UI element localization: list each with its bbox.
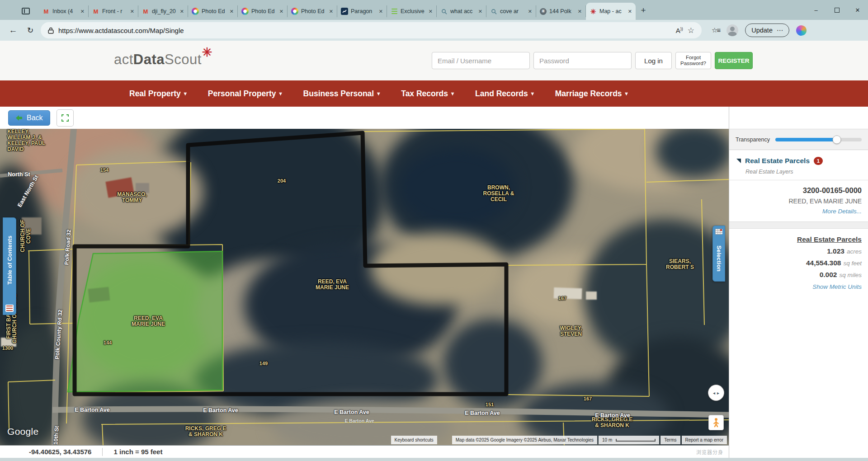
browser-tab-11[interactable]: ✳Map - ac✕ — [586, 3, 636, 20]
nav-item-land-records[interactable]: Land Records▾ — [475, 89, 534, 99]
map-label: 167 — [558, 296, 566, 301]
browser-tab-3[interactable]: Photo Ed✕ — [188, 5, 238, 17]
password-field[interactable] — [533, 52, 632, 69]
chevron-down-icon: ▾ — [279, 90, 282, 97]
chevron-down-icon: ▾ — [625, 90, 628, 97]
layers-header[interactable]: Real Estate Parcels 1 — [736, 157, 862, 165]
map-label: 204 — [278, 178, 286, 183]
login-button[interactable]: Log in — [635, 52, 672, 69]
tab-close-icon[interactable]: ✕ — [478, 9, 482, 14]
scoutgray-favicon: ✳ — [540, 8, 547, 15]
browser-tab-1[interactable]: MFront - r✕ — [89, 5, 138, 17]
table-of-contents-tab[interactable]: Table of Contents — [3, 217, 16, 315]
browser-tab-9[interactable]: cove ar✕ — [486, 5, 536, 17]
browser-tab-6[interactable]: Paragon✕ — [337, 5, 387, 17]
sidebar-spacer — [729, 107, 868, 129]
nav-item-personal-property[interactable]: Personal Property▾ — [208, 89, 282, 99]
browser-tab-8[interactable]: what acc✕ — [437, 5, 486, 17]
content-row: Back — [0, 107, 868, 458]
more-details-link[interactable]: More Details... — [822, 208, 862, 215]
tab-close-icon[interactable]: ✕ — [279, 9, 283, 14]
browser-tab-10[interactable]: ✳144 Polk✕ — [536, 5, 586, 17]
browser-tab-0[interactable]: MInbox (4✕ — [39, 5, 89, 17]
scale-control[interactable]: 10 m — [599, 436, 659, 444]
tab-workspaces-icon[interactable] — [22, 8, 30, 14]
tab-title: Photo Ed — [251, 8, 277, 14]
browser-tab-7[interactable]: Exclusive✕ — [387, 5, 437, 17]
maximize-button[interactable] — [826, 0, 847, 20]
tab-title: Map - ac — [599, 8, 625, 14]
map-label: BROWN,ROSELLA &CECIL — [483, 185, 514, 202]
map-canvas[interactable]: KELLEY,WILLIAM J. &KELLEY, PAULDAVIDMANA… — [0, 129, 729, 445]
show-metric-units-link[interactable]: Show Metric Units — [812, 283, 862, 290]
nav-item-real-property[interactable]: Real Property▾ — [129, 89, 187, 99]
sqfeet-value: 44,554.308 — [806, 259, 841, 267]
list-icon — [5, 305, 14, 312]
tab-close-icon[interactable]: ✕ — [230, 9, 234, 14]
slider-thumb[interactable] — [832, 135, 841, 144]
url-text[interactable]: https://www.actdatascout.com/Map/Single — [58, 27, 671, 34]
pan-control[interactable]: ◂ ▸ — [708, 385, 724, 401]
tab-close-icon[interactable]: ✕ — [130, 9, 134, 14]
back-arrow-icon — [15, 115, 23, 121]
tab-title: cove ar — [500, 8, 525, 14]
fullscreen-button[interactable] — [57, 109, 74, 127]
tab-close-icon[interactable]: ✕ — [578, 9, 582, 14]
back-button[interactable]: Back — [8, 110, 50, 126]
search-favicon — [440, 8, 448, 15]
google-logo: Google — [7, 426, 39, 437]
new-tab-button[interactable]: + — [636, 5, 651, 15]
profile-avatar[interactable] — [726, 24, 738, 36]
map-scale-text: 1 inch = 95 feet — [113, 448, 162, 456]
terms-link[interactable]: Terms — [660, 436, 680, 444]
map-label: S 10th St — [52, 426, 60, 445]
tab-close-icon[interactable]: ✕ — [80, 9, 85, 14]
browser-back-icon[interactable]: ← — [6, 25, 20, 35]
close-window-button[interactable]: ✕ — [847, 0, 868, 20]
nav-item-business-personal[interactable]: Business Personal▾ — [303, 89, 380, 99]
minimize-button[interactable]: – — [806, 0, 826, 20]
acres-unit: acres — [847, 248, 862, 255]
tab-close-icon[interactable]: ✕ — [180, 9, 184, 14]
collapse-triangle-icon[interactable] — [736, 159, 741, 163]
chevron-down-icon: ▾ — [531, 90, 534, 97]
layers-title[interactable]: Real Estate Parcels — [745, 157, 810, 165]
transparency-slider[interactable] — [775, 138, 862, 141]
browser-tab-2[interactable]: Mdji_fly_20✕ — [138, 5, 188, 17]
copilot-icon[interactable] — [796, 25, 807, 36]
forgot-password-button[interactable]: Forgot Password? — [675, 52, 711, 69]
actdatascout-logo[interactable]: actDataScout✳ — [114, 52, 202, 68]
read-aloud-icon[interactable]: A)) — [676, 27, 683, 34]
logo-data: Data — [133, 52, 165, 67]
map-label: 149 — [259, 361, 268, 366]
tab-close-icon[interactable]: ✕ — [329, 9, 333, 14]
acres-row: 1.023acres — [736, 247, 862, 255]
tab-close-icon[interactable]: ✕ — [379, 9, 383, 14]
browser-tab-4[interactable]: Photo Ed✕ — [238, 5, 288, 17]
map-label: 154 — [100, 167, 108, 173]
favorites-hub-icon[interactable]: ☆≡ — [712, 26, 720, 34]
email-field[interactable] — [432, 52, 530, 69]
nav-item-tax-records[interactable]: Tax Records▾ — [401, 89, 454, 99]
keyboard-shortcuts-link[interactable]: Keyboard shortcuts — [391, 436, 437, 444]
browser-tab-5[interactable]: Photo Ed✕ — [288, 5, 337, 17]
map-label: 144 — [104, 340, 112, 345]
refresh-icon[interactable]: ↻ — [24, 26, 37, 35]
pan-left-icon: ◂ — [713, 390, 715, 395]
report-map-error-link[interactable]: Report a map error — [682, 436, 727, 444]
favorite-star-icon[interactable]: ☆ — [688, 26, 694, 35]
chevron-down-icon: ▾ — [451, 90, 454, 97]
measurements-title: Real Estate Parcels — [736, 235, 862, 244]
address-bar[interactable]: https://www.actdatascout.com/Map/Single … — [41, 22, 702, 38]
bottom-strip — [0, 458, 868, 461]
pegman-button[interactable] — [708, 415, 724, 430]
update-button[interactable]: Update ⋯ — [745, 24, 789, 37]
tab-close-icon[interactable]: ✕ — [528, 9, 532, 14]
tab-close-icon[interactable]: ✕ — [628, 9, 632, 14]
more-options-icon[interactable]: ⋯ — [777, 27, 783, 34]
map-column: Back — [0, 107, 729, 458]
register-button[interactable]: REGISTER — [715, 52, 753, 69]
tab-close-icon[interactable]: ✕ — [429, 9, 433, 14]
selection-tab[interactable]: Selection — [712, 226, 725, 282]
nav-item-marriage-records[interactable]: Marriage Records▾ — [555, 89, 628, 99]
